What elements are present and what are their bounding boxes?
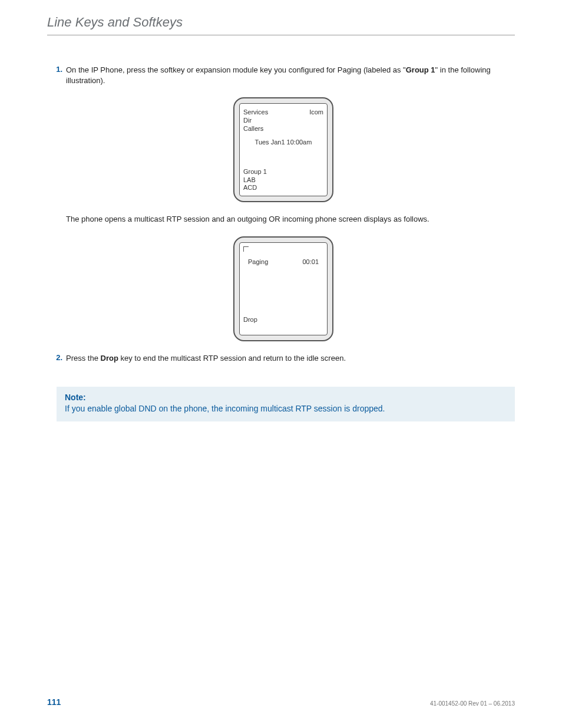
step-number: 2. — [52, 353, 66, 364]
illustration-idle-screen: Services Icom Dir Callers Tues Jan1 10:0… — [52, 97, 515, 202]
page-header: Line Keys and Softkeys — [47, 15, 515, 35]
page-content: 1. On the IP Phone, press the softkey or… — [47, 65, 515, 421]
label-services: Services — [243, 108, 268, 117]
step-number: 1. — [52, 65, 66, 85]
step1-bold: Group 1 — [406, 65, 435, 74]
phone-screen-idle: Services Icom Dir Callers Tues Jan1 10:0… — [239, 103, 328, 196]
label-callers: Callers — [243, 125, 323, 133]
step-text: Press the Drop key to end the multicast … — [66, 353, 515, 364]
section-title: Line Keys and Softkeys — [47, 15, 515, 30]
document-page: Line Keys and Softkeys 1. On the IP Phon… — [0, 0, 562, 728]
page-footer: 111 41-001452-00 Rev 01 – 06.2013 — [47, 697, 515, 707]
step2-text-a: Press the — [66, 354, 101, 363]
paragraph-rtp-session: The phone opens a multicast RTP session … — [66, 214, 515, 225]
note-heading: Note: — [65, 393, 507, 402]
step-2: 2. Press the Drop key to end the multica… — [52, 353, 515, 364]
note-body: If you enable global DND on the phone, t… — [65, 403, 507, 414]
step1-text-a: On the IP Phone, press the softkey or ex… — [66, 65, 406, 74]
illustration-paging-screen: Paging 00:01 Drop — [52, 236, 515, 341]
screen-top-row: Services Icom — [243, 108, 323, 117]
page-number: 111 — [47, 697, 61, 707]
step2-bold: Drop — [101, 354, 118, 363]
step-text: On the IP Phone, press the softkey or ex… — [66, 65, 515, 85]
label-dir: Dir — [243, 117, 323, 125]
note-box: Note: If you enable global DND on the ph… — [57, 387, 515, 421]
screen-notch-icon — [243, 246, 249, 252]
phone-screen-paging: Paging 00:01 Drop — [239, 242, 328, 335]
label-icom: Icom — [309, 108, 323, 117]
paging-bottom: Drop — [243, 316, 323, 324]
step2-text-b: key to end the multicast RTP session and… — [118, 354, 346, 363]
screen-bottom-labels: Group 1 LAB ACD — [243, 168, 323, 192]
label-acd: ACD — [243, 184, 323, 192]
paging-row: Paging 00:01 — [243, 258, 323, 266]
label-group1: Group 1 — [243, 168, 323, 176]
label-drop: Drop — [243, 316, 323, 324]
document-id: 41-001452-00 Rev 01 – 06.2013 — [430, 700, 515, 707]
phone-frame: Paging 00:01 Drop — [233, 236, 333, 341]
label-datetime: Tues Jan1 10:00am — [243, 139, 323, 146]
label-timer: 00:01 — [302, 258, 319, 266]
label-paging: Paging — [248, 258, 268, 266]
label-lab: LAB — [243, 176, 323, 185]
phone-frame: Services Icom Dir Callers Tues Jan1 10:0… — [233, 97, 333, 202]
step-1: 1. On the IP Phone, press the softkey or… — [52, 65, 515, 85]
